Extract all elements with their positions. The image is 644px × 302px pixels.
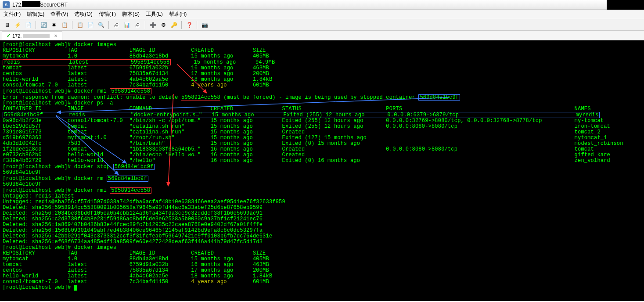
menu-transfer[interactable]: 传输(T)	[99, 11, 116, 18]
toolbar-find-icon[interactable]: 🔍	[97, 21, 105, 29]
toolbar-options-icon[interactable]: ⚙	[159, 21, 168, 29]
toolbar-connect-icon[interactable]: 🖥	[3, 21, 11, 29]
toolbar-separator	[108, 21, 109, 29]
connected-icon: ✓	[7, 33, 11, 39]
toolbar-separator	[36, 21, 36, 29]
menu-options[interactable]: 选项(O)	[74, 11, 92, 18]
toolbar-reconnect-icon[interactable]: 🔄	[39, 21, 48, 29]
toolbar-separator	[145, 21, 145, 29]
menu-bar: 文件(F) 编辑(E) 查看(V) 选项(O) 传输(T) 脚本(S) 工具(L…	[0, 10, 644, 19]
tab-bar: ✓ 172. ✕	[0, 31, 644, 40]
tab-label: 172.	[12, 33, 22, 39]
toolbar-session-icon[interactable]: 📋	[60, 21, 69, 29]
title-ip: 172.	[12, 2, 22, 8]
toolbar-terminal-icon[interactable]: 📄	[24, 21, 32, 29]
menu-file[interactable]: 文件(F)	[4, 11, 21, 18]
toolbar-separator	[181, 21, 182, 29]
title-bar: S 172. SecureCRT	[0, 0, 644, 10]
redacted-block	[22, 1, 40, 7]
toolbar-separator	[72, 21, 72, 29]
toolbar-key-icon[interactable]: 🔑	[169, 21, 178, 29]
toolbar-copy-icon[interactable]: 📋	[76, 21, 84, 29]
terminal[interactable]: [root@localhost web]# docker images REPO…	[0, 40, 644, 301]
menu-view[interactable]: 查看(V)	[50, 11, 68, 18]
toolbar: 🖥 ⚡ 📄 🔄 ✖ 📋 📋 📄 🔍 🖨 📊 🖨 ➕ ⚙ 🔑 ❓ 📷	[0, 19, 644, 31]
redacted-block	[23, 34, 50, 38]
title-appname: SecureCRT	[40, 2, 67, 8]
window-controls-placeholder	[607, 0, 644, 10]
session-tab[interactable]: ✓ 172. ✕	[2, 31, 62, 40]
toolbar-print-icon[interactable]: 🖨	[112, 21, 121, 29]
toolbar-quickconnect-icon[interactable]: ⚡	[13, 21, 22, 29]
menu-script[interactable]: 脚本(S)	[122, 11, 140, 18]
toolbar-capture-icon[interactable]: 📷	[200, 21, 209, 29]
menu-help[interactable]: 帮助(H)	[169, 11, 187, 18]
toolbar-paste-icon[interactable]: 📄	[86, 21, 95, 29]
close-tab-icon[interactable]: ✕	[54, 33, 58, 38]
menu-edit[interactable]: 编辑(E)	[27, 11, 44, 18]
app-icon: S	[3, 1, 10, 8]
toolbar-newtab-icon[interactable]: ➕	[148, 21, 157, 29]
toolbar-separator	[197, 21, 197, 29]
menu-tools[interactable]: 工具(L)	[146, 11, 163, 18]
toolbar-disconnect-icon[interactable]: ✖	[50, 21, 58, 29]
toolbar-log-icon[interactable]: 📊	[122, 21, 131, 29]
toolbar-help-icon[interactable]: ❓	[185, 21, 194, 29]
toolbar-printer-icon[interactable]: 🖨	[133, 21, 142, 29]
